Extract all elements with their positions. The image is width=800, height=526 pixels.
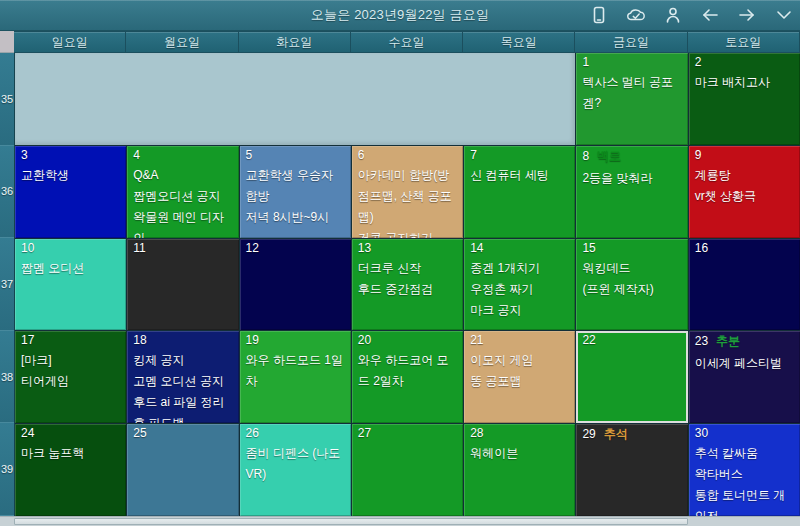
calendar-cell-8[interactable]: 8백로2등을 맞춰라	[576, 146, 687, 238]
event-list: 2등을 맞춰라	[582, 168, 682, 189]
event-text: 추석 칼싸움	[695, 443, 795, 464]
calendar-cell-26[interactable]: 26좀비 디펜스 (나도 VR)	[240, 424, 351, 516]
week-number: 37	[0, 238, 14, 331]
event-text: 종겜 1개치기	[470, 258, 570, 279]
calendar-cell-16[interactable]: 16	[689, 239, 800, 331]
event-text: 후드 중간점검	[358, 279, 458, 300]
day-header-friday[interactable]: 금요일	[575, 31, 687, 53]
calendar-cell-5[interactable]: 5교환학생 우승자 합방저녁 8시반~9시	[240, 146, 351, 238]
calendar-cell-1[interactable]: 1텍사스 멀티 공포겜?	[576, 53, 687, 145]
day-number: 19	[246, 333, 259, 347]
event-list: 와우 하드코어 모드 2일차	[358, 350, 458, 392]
calendar-cell-24[interactable]: 24마크 눕프핵	[15, 424, 126, 516]
day-header-saturday[interactable]: 토요일	[688, 31, 800, 53]
event-text: 2등을 맞춰라	[582, 168, 682, 189]
header-corner	[0, 31, 14, 53]
day-header-tuesday[interactable]: 화요일	[239, 31, 351, 53]
event-list: 짭멤 오디션	[21, 258, 121, 279]
event-text: 와우 하드코어 모드 2일차	[358, 350, 458, 392]
calendar-cell-29[interactable]: 29추석	[576, 424, 687, 516]
calendar-cell-6[interactable]: 6아카데미 합방(방 점프맵, 산책 공포맵)건콘 공지하기	[352, 146, 463, 238]
day-header-sunday[interactable]: 일요일	[14, 31, 126, 53]
event-text: 킹제 공지	[133, 350, 233, 371]
calendar-cell-30[interactable]: 30추석 칼싸움왁타버스통합 토너먼트 개인전	[689, 424, 800, 516]
calendar-cell-18[interactable]: 18킹제 공지고멤 오디션 공지후드 ai 파일 정리 후 피드백	[127, 331, 238, 423]
person-icon[interactable]	[663, 5, 683, 25]
event-text: 교환학생 우승자 합방	[246, 165, 346, 207]
day-number: 8	[582, 149, 589, 163]
chevron-down-icon[interactable]	[774, 5, 794, 25]
event-text: 교환학생	[21, 165, 121, 186]
event-text: 티어게임	[21, 371, 121, 392]
day-number: 5	[246, 148, 253, 162]
event-list: 이세계 페스티벌	[695, 353, 795, 374]
holiday-label: 백로	[597, 148, 621, 165]
calendar-cell-21[interactable]: 21이모지 게임똥 공포맵	[464, 331, 575, 423]
calendar-cell-17[interactable]: 17[마크]티어게임	[15, 331, 126, 423]
calendar-cell-7[interactable]: 7신 컴퓨터 세팅	[464, 146, 575, 238]
calendar-cell-10[interactable]: 10짭멤 오디션	[15, 239, 126, 331]
event-list: 마크 배치고사	[695, 72, 795, 93]
event-text: 이세계 페스티벌	[695, 353, 795, 374]
calendar-cell-28[interactable]: 28워헤이븐	[464, 424, 575, 516]
phone-icon[interactable]	[589, 5, 609, 25]
event-list: 교환학생	[21, 165, 121, 186]
event-text: 저녁 8시반~9시	[246, 207, 346, 228]
scrollbar-thumb[interactable]	[14, 518, 688, 525]
calendar-cell-15[interactable]: 15워킹데드(프윈 제작자)	[576, 239, 687, 331]
calendar-cell-19[interactable]: 19와우 하드모드 1일차	[240, 331, 351, 423]
arrow-left-icon[interactable]	[700, 5, 720, 25]
arrow-right-icon[interactable]	[737, 5, 757, 25]
day-header-thursday[interactable]: 목요일	[463, 31, 575, 53]
day-number: 7	[470, 148, 477, 162]
event-text: 마크 눕프핵	[21, 443, 121, 464]
calendar-cell-22[interactable]: 22	[576, 331, 687, 423]
event-text: 짭멤 오디션	[21, 258, 121, 279]
event-text: 왁물원 메인 디자인	[133, 207, 233, 238]
titlebar: 오늘은 2023년9월22일 금요일	[0, 0, 800, 31]
titlebar-icons	[589, 0, 794, 30]
day-number: 27	[358, 426, 371, 440]
calendar-cell-25[interactable]: 25	[127, 424, 238, 516]
calendar-cell-27[interactable]: 27	[352, 424, 463, 516]
event-list: 아카데미 합방(방 점프맵, 산책 공포맵)건콘 공지하기	[358, 165, 458, 238]
calendar-cell-11[interactable]: 11	[127, 239, 238, 331]
day-number: 11	[133, 241, 145, 255]
calendar-cell-14[interactable]: 14종겜 1개치기우정촌 짜기마크 공지	[464, 239, 575, 331]
day-header-wednesday[interactable]: 수요일	[351, 31, 463, 53]
event-text: 똥 공포맵	[470, 371, 570, 392]
day-number: 16	[695, 241, 708, 255]
event-text: Q&A	[133, 165, 233, 186]
calendar-cell-3[interactable]: 3교환학생	[15, 146, 126, 238]
event-text: 왁타버스	[695, 464, 795, 485]
day-number: 21	[470, 333, 483, 347]
week-number: 39	[0, 423, 14, 516]
day-number: 24	[21, 426, 34, 440]
calendar-cell-4[interactable]: 4Q&A짭멤오디션 공지왁물원 메인 디자인	[127, 146, 238, 238]
holiday-label: 추분	[716, 333, 740, 350]
week-number: 36	[0, 146, 14, 239]
day-number: 13	[358, 241, 371, 255]
day-number: 28	[470, 426, 483, 440]
calendar-cell-2[interactable]: 2마크 배치고사	[689, 53, 800, 145]
day-number: 4	[133, 148, 140, 162]
event-list: 교환학생 우승자 합방저녁 8시반~9시	[246, 165, 346, 228]
event-list: 종겜 1개치기우정촌 짜기마크 공지	[470, 258, 570, 321]
event-list: 신 컴퓨터 세팅	[470, 165, 570, 186]
horizontal-scrollbar[interactable]	[0, 516, 800, 526]
empty-lead-area[interactable]	[15, 53, 575, 145]
day-number: 23	[695, 334, 708, 348]
calendar-cell-23[interactable]: 23추분이세계 페스티벌	[689, 331, 800, 423]
event-text: 신 컴퓨터 세팅	[470, 165, 570, 186]
calendar-cell-12[interactable]: 12	[240, 239, 351, 331]
calendar-grid: 1텍사스 멀티 공포겜?2마크 배치고사3교환학생4Q&A짭멤오디션 공지왁물원…	[15, 53, 800, 516]
day-header-monday[interactable]: 월요일	[126, 31, 238, 53]
calendar-cell-13[interactable]: 13더크루 신작후드 중간점검	[352, 239, 463, 331]
event-text: 계룡탕	[695, 165, 795, 186]
day-number: 18	[133, 333, 146, 347]
cloud-sync-icon[interactable]	[626, 5, 646, 25]
calendar-cell-20[interactable]: 20와우 하드코어 모드 2일차	[352, 331, 463, 423]
day-number: 25	[133, 426, 146, 440]
day-header-row: 일요일 월요일 화요일 수요일 목요일 금요일 토요일	[0, 31, 800, 53]
calendar-cell-9[interactable]: 9계룡탕vr챗 상황극	[689, 146, 800, 238]
